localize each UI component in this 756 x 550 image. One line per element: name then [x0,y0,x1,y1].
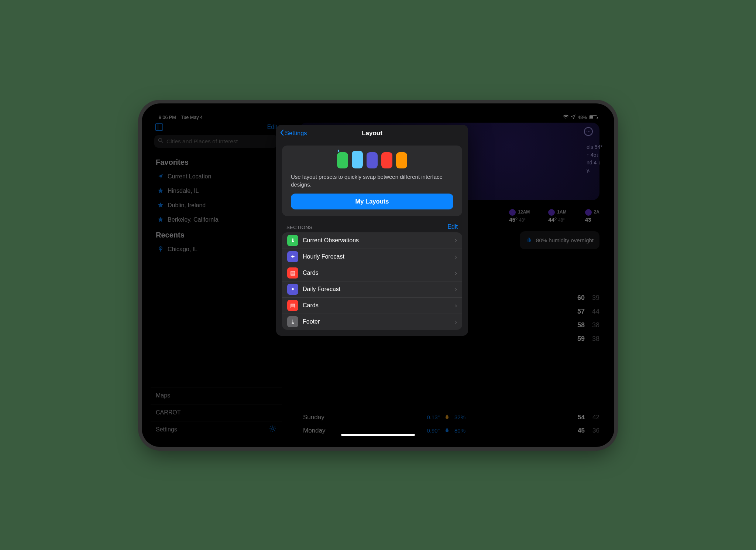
section-label: Footer [303,318,455,325]
my-layouts-button[interactable]: My Layouts [291,194,453,209]
section-row[interactable]: ⤓Footer› [282,314,462,330]
section-icon: ✦ [287,284,298,295]
sections-header: SECTIONS [286,225,312,230]
section-row[interactable]: ▤Cards› [282,265,462,281]
presets-card: ✦ Use layout presets to quickly swap bet… [282,146,462,216]
section-icon: ▤ [287,300,298,311]
preset-swatch[interactable] [337,152,348,168]
chevron-right-icon: › [455,286,457,293]
home-indicator[interactable] [341,434,415,436]
sheet-title: Layout [362,130,382,137]
preset-swatch[interactable] [381,152,392,168]
preset-swatch[interactable] [367,152,378,168]
section-row[interactable]: ▤Cards› [282,297,462,314]
chevron-right-icon: › [455,318,457,326]
section-icon: 🌡 [287,235,298,246]
sections-edit-button[interactable]: Edit [447,223,458,230]
section-label: Current Observations [303,237,455,244]
preset-swatch[interactable] [396,152,407,168]
chevron-right-icon: › [455,302,457,310]
section-label: Cards [303,270,455,276]
spark-icon: ✦ [337,148,340,154]
preset-swatch[interactable] [352,151,363,168]
presets-description: Use layout presets to quickly swap betwe… [291,173,453,188]
section-icon: ▤ [287,267,298,279]
sheet-nav: Settings Layout [276,125,468,142]
screen: 9:06 PM Tue May 4 48% Edit [151,112,605,438]
section-icon: ✦ [287,251,298,262]
section-label: Hourly Forecast [303,253,455,260]
section-row[interactable]: ✦Hourly Forecast› [282,249,462,265]
layout-sheet: Settings Layout ✦ Use layout presets to … [276,125,468,336]
back-button[interactable]: Settings [280,125,307,142]
chevron-right-icon: › [455,253,457,261]
section-row[interactable]: ✦Daily Forecast› [282,281,462,297]
ipad-frame: 9:06 PM Tue May 4 48% Edit [142,103,614,447]
section-label: Daily Forecast [303,286,455,293]
back-label: Settings [285,130,307,137]
chevron-left-icon [280,129,284,137]
section-icon: ⤓ [287,316,298,327]
sections-list: 🌡Current Observations›✦Hourly Forecast›▤… [282,232,462,330]
chevron-right-icon: › [455,236,457,244]
section-label: Cards [303,302,455,309]
chevron-right-icon: › [455,269,457,277]
section-row[interactable]: 🌡Current Observations› [282,232,462,249]
preset-row: ✦ [291,152,453,168]
